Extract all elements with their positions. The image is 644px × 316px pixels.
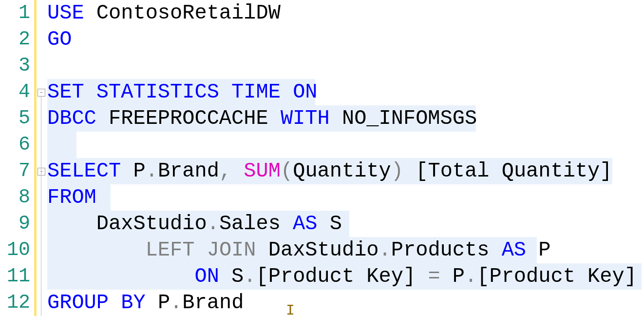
- token-kw: FROM: [47, 186, 96, 209]
- token-plain: DaxStudio: [47, 212, 207, 236]
- token-plain: DaxStudio: [256, 238, 379, 262]
- token-gray: .: [146, 159, 158, 183]
- token-gray: ): [391, 159, 403, 183]
- line-number-gutter: 123456789101112: [0, 0, 37, 316]
- token-kw: USE: [47, 1, 84, 25]
- code-line[interactable]: ON S.[Product Key] = P.[Product Key]: [47, 263, 644, 290]
- line-number: 1: [0, 0, 34, 26]
- code-line[interactable]: USE ContosoRetailDW: [47, 0, 644, 26]
- token-plain: P: [146, 291, 170, 315]
- token-kw: AS: [293, 212, 317, 236]
- token-plain: [Product Key]: [477, 265, 637, 288]
- token-kw: ON: [293, 80, 317, 104]
- code-area[interactable]: USE ContosoRetailDWGOSET STATISTICS TIME…: [47, 0, 644, 316]
- token-plain: S: [219, 265, 244, 288]
- line-number: 11: [0, 263, 34, 290]
- token-plain: P: [121, 159, 145, 183]
- token-kw: TIME: [231, 80, 281, 104]
- token-plain: Quantity: [293, 159, 391, 183]
- token-plain: Products: [391, 238, 502, 262]
- token-plain: [Total Quantity]: [403, 159, 612, 183]
- code-line[interactable]: [47, 132, 644, 158]
- token-kw: BY: [121, 291, 145, 315]
- token-gray: LEFT: [146, 238, 195, 262]
- token-plain: S: [318, 212, 342, 236]
- token-plain: P: [440, 265, 465, 288]
- sql-editor[interactable]: 123456789101112 -- USE ContosoRetailDWGO…: [0, 0, 644, 316]
- token-agg: SUM: [244, 159, 281, 183]
- token-plain: [Product Key]: [256, 265, 428, 288]
- text-cursor-icon: I: [286, 302, 295, 316]
- collapse-toggle-icon[interactable]: -: [38, 168, 45, 176]
- token-gray: ,: [219, 159, 231, 183]
- token-kw: GO: [47, 28, 72, 51]
- token-gray: .: [170, 291, 182, 315]
- token-gray: .: [207, 212, 219, 236]
- code-line[interactable]: SELECT P.Brand, SUM(Quantity) [Total Qua…: [47, 158, 644, 184]
- token-gray: .: [465, 265, 477, 288]
- line-number: 8: [0, 184, 34, 211]
- token-kw: SET: [47, 80, 84, 104]
- code-line[interactable]: FROM: [47, 184, 644, 211]
- token-plain: [109, 291, 121, 315]
- token-plain: [231, 159, 244, 183]
- code-line[interactable]: [47, 53, 644, 79]
- code-line[interactable]: DBCC FREEPROCCACHE WITH NO_INFOMSGS: [47, 105, 644, 132]
- line-number: 9: [0, 211, 34, 237]
- code-line[interactable]: SET STATISTICS TIME ON: [47, 79, 644, 105]
- line-number: 6: [0, 132, 34, 158]
- token-gray: (: [281, 159, 293, 183]
- token-gray: JOIN: [207, 238, 256, 262]
- line-number: 12: [0, 290, 34, 316]
- line-number: 2: [0, 26, 34, 53]
- token-kw: STATISTICS: [96, 80, 219, 104]
- token-plain: [47, 238, 146, 262]
- token-plain: Sales: [219, 212, 293, 236]
- token-kw: AS: [502, 238, 526, 262]
- token-plain: FREEPROCCACHE: [96, 107, 281, 130]
- token-kw: ON: [194, 265, 219, 288]
- token-kw: GROUP: [47, 291, 109, 315]
- token-kw: SELECT: [47, 159, 121, 183]
- token-plain: ContosoRetailDW: [84, 1, 281, 25]
- line-number: 4: [0, 79, 34, 105]
- code-line[interactable]: GROUP BY P.Brand: [47, 290, 644, 316]
- code-line[interactable]: GO: [47, 26, 644, 53]
- outline-guide: [41, 175, 41, 316]
- selection-highlight: [47, 132, 76, 158]
- code-line[interactable]: LEFT JOIN DaxStudio.Products AS P: [47, 237, 644, 263]
- token-plain: [194, 238, 207, 262]
- token-plain: [281, 80, 293, 104]
- token-plain: [219, 80, 231, 104]
- outline-fold-column[interactable]: --: [37, 0, 47, 316]
- token-gray: =: [428, 265, 440, 288]
- token-gray: .: [379, 238, 391, 262]
- token-kw: WITH: [281, 107, 330, 130]
- token-plain: Brand: [182, 291, 244, 315]
- line-number: 10: [0, 237, 34, 263]
- token-plain: NO_INFOMSGS: [330, 107, 477, 130]
- collapse-toggle-icon[interactable]: -: [38, 89, 45, 97]
- token-plain: [47, 265, 194, 288]
- token-plain: Brand: [158, 159, 219, 183]
- token-plain: P: [526, 238, 550, 262]
- line-number: 7: [0, 158, 34, 184]
- line-number: 5: [0, 105, 34, 132]
- line-number: 3: [0, 53, 34, 79]
- code-line[interactable]: DaxStudio.Sales AS S: [47, 211, 644, 237]
- token-plain: [84, 80, 96, 104]
- token-kw: DBCC: [47, 107, 96, 130]
- token-gray: .: [244, 265, 256, 288]
